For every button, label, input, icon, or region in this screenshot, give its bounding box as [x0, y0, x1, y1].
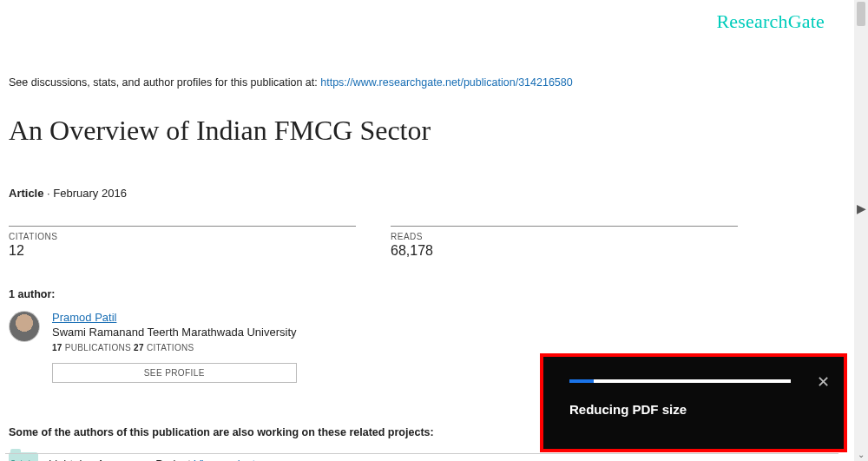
- intro-text: See discussions, stats, and author profi…: [9, 76, 833, 89]
- progress-toast: ✕ Reducing PDF size: [540, 353, 847, 452]
- expand-panel-arrow-icon[interactable]: ▶: [854, 201, 868, 215]
- scrollbar-down-arrow[interactable]: ⌄: [858, 450, 865, 459]
- reads-block: READS 68,178: [391, 226, 738, 259]
- publication-url-link[interactable]: https://www.researchgate.net/publication…: [320, 76, 572, 89]
- publication-meta: Article · February 2016: [9, 187, 833, 200]
- reads-label: READS: [391, 232, 738, 241]
- scrollbar-thumb[interactable]: [857, 2, 865, 26]
- divider: [391, 226, 738, 227]
- vertical-scrollbar[interactable]: ⌄: [854, 0, 868, 461]
- author-pubs-label: PUBLICATIONS: [62, 343, 134, 352]
- authors-heading: 1 author:: [9, 288, 833, 300]
- citations-value: 12: [9, 243, 356, 259]
- citations-block: CITATIONS 12: [9, 226, 356, 259]
- publication-title: An Overview of Indian FMCG Sector: [9, 115, 833, 147]
- progress-bar: [569, 379, 791, 383]
- progress-bar-fill: [569, 379, 594, 383]
- brand-logo: ResearchGate: [9, 9, 833, 33]
- author-cites-label: CITATIONS: [144, 343, 194, 352]
- view-project-link[interactable]: View project: [194, 458, 255, 462]
- author-affiliation: Swami Ramanand Teerth Marathwada Univers…: [52, 326, 297, 339]
- publication-type: Article: [9, 187, 43, 200]
- reads-value: 68,178: [391, 243, 738, 259]
- progress-message: Reducing PDF size: [569, 402, 825, 417]
- publication-date: · February 2016: [43, 187, 126, 200]
- avatar[interactable]: [9, 311, 40, 342]
- author-pubs-count: 17: [52, 343, 62, 352]
- author-stats: 17 PUBLICATIONS 27 CITATIONS: [52, 343, 297, 352]
- author-cites-count: 27: [134, 343, 144, 352]
- intro-prefix: See discussions, stats, and author profi…: [9, 76, 320, 89]
- author-name-link[interactable]: Pramod Patil: [52, 311, 297, 324]
- divider: [9, 226, 356, 227]
- footer-divider: [5, 453, 838, 454]
- citations-label: CITATIONS: [9, 232, 356, 241]
- project-name: Lightning Awareness Project: [49, 458, 194, 462]
- close-icon[interactable]: ✕: [817, 374, 830, 390]
- see-profile-button[interactable]: SEE PROFILE: [52, 363, 297, 383]
- project-text: Lightning Awareness Project View project: [49, 458, 255, 462]
